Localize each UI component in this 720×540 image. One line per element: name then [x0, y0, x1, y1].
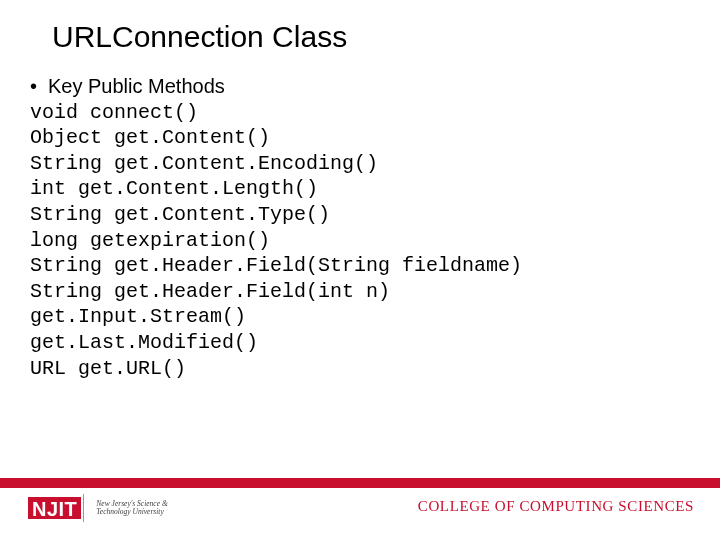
slide-body: • Key Public Methods void connect() Obje…: [30, 74, 690, 381]
method-line: Object get.Content(): [30, 125, 690, 151]
method-line: URL get.URL(): [30, 356, 690, 382]
njit-subtitle: New Jersey's Science & Technology Univer…: [90, 500, 167, 516]
method-line: void connect(): [30, 100, 690, 126]
divider: [83, 494, 84, 522]
method-line: int get.Content.Length(): [30, 176, 690, 202]
njit-mark: NJIT: [28, 497, 81, 519]
method-line: get.Last.Modified(): [30, 330, 690, 356]
bullet-label: Key Public Methods: [48, 74, 225, 100]
method-line: String get.Header.Field(int n): [30, 279, 690, 305]
college-name: COLLEGE OF COMPUTING SCIENCES: [418, 498, 694, 515]
method-line: String get.Content.Type(): [30, 202, 690, 228]
method-line: get.Input.Stream(): [30, 304, 690, 330]
njit-sub-line2: Technology University: [96, 508, 167, 516]
bullet-item: • Key Public Methods: [30, 74, 690, 100]
footer: NJIT New Jersey's Science & Technology U…: [0, 478, 720, 540]
footer-redbar: [0, 478, 720, 488]
slide: URLConnection Class • Key Public Methods…: [0, 0, 720, 540]
njit-logo: NJIT New Jersey's Science & Technology U…: [28, 494, 168, 522]
slide-title: URLConnection Class: [52, 20, 347, 54]
bullet-icon: •: [30, 74, 48, 100]
method-line: String get.Header.Field(String fieldname…: [30, 253, 690, 279]
method-line: String get.Content.Encoding(): [30, 151, 690, 177]
method-line: long getexpiration(): [30, 228, 690, 254]
